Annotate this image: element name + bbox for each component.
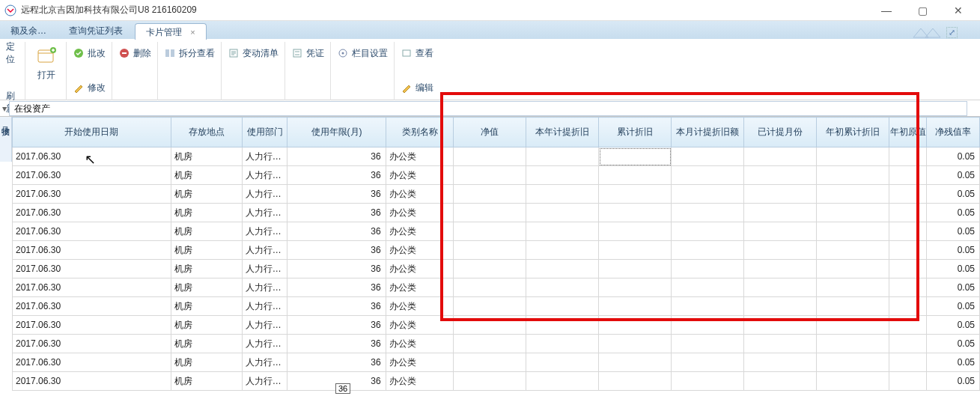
cell-start_date[interactable]: 2017.06.30	[13, 353, 171, 372]
cell-months_dep[interactable]	[744, 278, 817, 297]
cell-mtd_dep[interactable]	[672, 185, 744, 204]
cell-salvage_rate[interactable]: 0.05	[927, 335, 980, 353]
table-row[interactable]: 2017.06.30机房人力行…36办公类0.05	[13, 316, 980, 335]
cell-acc_dep[interactable]	[599, 372, 672, 391]
tab-card-manage[interactable]: 卡片管理 ×	[135, 23, 207, 40]
cell-mtd_dep[interactable]	[672, 241, 744, 260]
cell-life_months[interactable]: 36	[287, 316, 386, 335]
cell-acc_dep[interactable]	[599, 185, 672, 204]
cell-mtd_dep[interactable]	[672, 353, 744, 372]
cell-months_dep[interactable]	[744, 185, 817, 204]
cell-start_date[interactable]: 2017.06.30	[13, 185, 171, 204]
cell-yb_orig[interactable]	[889, 353, 926, 372]
cell-mtd_dep[interactable]	[672, 222, 744, 241]
cell-life_months[interactable]: 36	[287, 260, 386, 278]
cell-category[interactable]: 办公类	[386, 353, 454, 372]
maximize-button[interactable]: ▢	[911, 3, 934, 18]
cell-months_dep[interactable]	[744, 166, 817, 185]
cell-net_value[interactable]	[454, 222, 526, 241]
tab-close-icon[interactable]: ×	[190, 28, 195, 37]
side-strip[interactable]: 录物技	[0, 117, 12, 162]
split-view-button[interactable]: 拆分查看	[177, 47, 216, 60]
cell-location[interactable]: 机房	[171, 260, 242, 278]
cell-acc_dep[interactable]	[599, 316, 672, 335]
cell-mtd_dep[interactable]	[672, 147, 744, 166]
cell-net_value[interactable]	[454, 278, 526, 297]
table-row[interactable]: 2017.06.30机房人力行…36办公类0.05	[13, 278, 980, 297]
cell-mtd_dep[interactable]	[672, 335, 744, 353]
cell-net_value[interactable]	[454, 147, 526, 166]
cell-acc_dep[interactable]	[599, 166, 672, 185]
cell-salvage_rate[interactable]: 0.05	[927, 297, 980, 316]
cell-ytd_dep[interactable]	[526, 278, 599, 297]
cell-months_dep[interactable]	[744, 297, 817, 316]
cell-months_dep[interactable]	[744, 204, 817, 222]
locate-button[interactable]: 定位	[4, 40, 20, 66]
delete-button[interactable]: 删除	[132, 47, 153, 60]
cell-dept[interactable]: 人力行…	[242, 147, 287, 166]
cell-mtd_dep[interactable]	[672, 166, 744, 185]
cell-start_date[interactable]: 2017.06.30	[13, 241, 171, 260]
cell-dept[interactable]: 人力行…	[242, 278, 287, 297]
col-net_value[interactable]: 净值	[454, 118, 526, 147]
cell-months_dep[interactable]	[744, 147, 817, 166]
cell-yb_acc_dep[interactable]	[816, 316, 889, 335]
col-yb_acc_dep[interactable]: 年初累计折旧	[816, 118, 889, 147]
cell-salvage_rate[interactable]: 0.05	[927, 260, 980, 278]
cell-salvage_rate[interactable]: 0.05	[927, 185, 980, 204]
cell-category[interactable]: 办公类	[386, 222, 454, 241]
cell-acc_dep[interactable]	[599, 297, 672, 316]
cell-yb_orig[interactable]	[889, 316, 926, 335]
table-row[interactable]: 2017.06.30机房人力行…36办公类0.05	[13, 297, 980, 316]
cell-location[interactable]: 机房	[171, 166, 242, 185]
cell-yb_orig[interactable]	[889, 147, 926, 166]
cell-location[interactable]: 机房	[171, 316, 242, 335]
cell-yb_orig[interactable]	[889, 204, 926, 222]
col-salvage_rate[interactable]: 净残值率	[927, 118, 980, 147]
cell-start_date[interactable]: 2017.06.30	[13, 204, 171, 222]
table-row[interactable]: 2017.06.30机房人力行…36办公类0.05	[13, 372, 980, 391]
cell-start_date[interactable]: 2017.06.30	[13, 297, 171, 316]
cell-yb_acc_dep[interactable]	[816, 166, 889, 185]
col-settings-button[interactable]: 栏目设置	[350, 47, 389, 60]
cell-yb_orig[interactable]	[889, 335, 926, 353]
expand-icon[interactable]: ⤢	[946, 27, 958, 38]
table-row[interactable]: 2017.06.30机房人力行…36办公类0.05	[13, 204, 980, 222]
col-location[interactable]: 存放地点	[171, 118, 242, 147]
cell-yb_acc_dep[interactable]	[816, 185, 889, 204]
cell-ytd_dep[interactable]	[526, 260, 599, 278]
cell-net_value[interactable]	[454, 316, 526, 335]
cell-net_value[interactable]	[454, 372, 526, 391]
cell-acc_dep[interactable]	[599, 222, 672, 241]
cell-life_months[interactable]: 36	[287, 278, 386, 297]
cell-start_date[interactable]: 2017.06.30	[13, 372, 171, 391]
col-mtd_dep[interactable]: 本月计提折旧额	[672, 118, 744, 147]
cell-ytd_dep[interactable]	[526, 241, 599, 260]
cell-dept[interactable]: 人力行…	[242, 260, 287, 278]
cell-net_value[interactable]	[454, 166, 526, 185]
cell-salvage_rate[interactable]: 0.05	[927, 278, 980, 297]
close-button[interactable]: ✕	[947, 3, 970, 18]
cell-yb_orig[interactable]	[889, 372, 926, 391]
cell-yb_orig[interactable]	[889, 297, 926, 316]
cell-yb_acc_dep[interactable]	[816, 204, 889, 222]
col-category[interactable]: 类别名称	[386, 118, 454, 147]
cell-yb_orig[interactable]	[889, 241, 926, 260]
asset-grid[interactable]: 开始使用日期存放地点使用部门使用年限(月)类别名称净值本年计提折旧累计折旧本月计…	[12, 117, 980, 391]
table-row[interactable]: 2017.06.30机房人力行…36办公类0.05	[13, 166, 980, 185]
cell-ytd_dep[interactable]	[526, 147, 599, 166]
cell-dept[interactable]: 人力行…	[242, 204, 287, 222]
cell-yb_acc_dep[interactable]	[816, 222, 889, 241]
cell-mtd_dep[interactable]	[672, 204, 744, 222]
cell-yb_acc_dep[interactable]	[816, 241, 889, 260]
cell-ytd_dep[interactable]	[526, 204, 599, 222]
cell-category[interactable]: 办公类	[386, 185, 454, 204]
edit-button[interactable]: 编辑	[414, 82, 435, 94]
cell-dept[interactable]: 人力行…	[242, 297, 287, 316]
cell-salvage_rate[interactable]: 0.05	[927, 241, 980, 260]
cell-location[interactable]: 机房	[171, 222, 242, 241]
cell-months_dep[interactable]	[744, 260, 817, 278]
cell-net_value[interactable]	[454, 260, 526, 278]
cell-mtd_dep[interactable]	[672, 260, 744, 278]
cell-location[interactable]: 机房	[171, 241, 242, 260]
